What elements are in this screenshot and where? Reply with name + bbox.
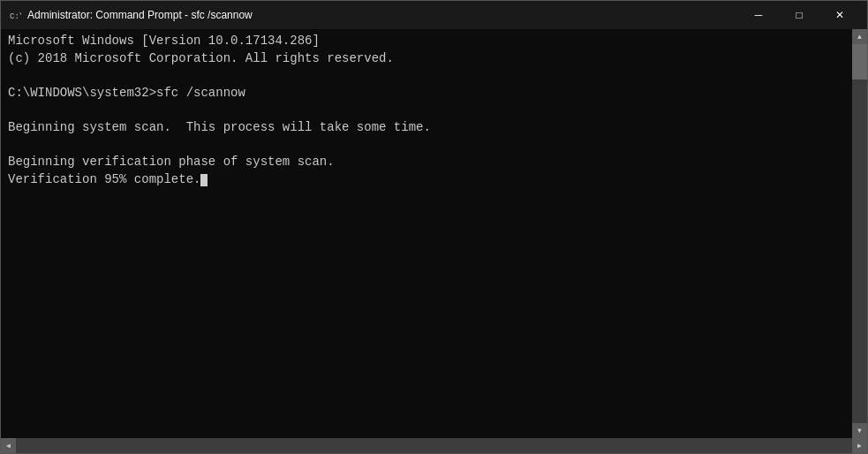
terminal-output[interactable]: Microsoft Windows [Version 10.0.17134.28… [1, 29, 852, 438]
horizontal-scrollbar[interactable]: ◀ ▶ [1, 438, 867, 453]
scroll-left-arrow[interactable]: ◀ [1, 438, 16, 453]
titlebar: C:\ Administrator: Command Prompt - sfc … [1, 1, 867, 29]
terminal-cursor [200, 174, 208, 186]
horizontal-scrollbar-track[interactable] [16, 438, 852, 453]
svg-text:C:\: C:\ [10, 12, 21, 21]
minimize-button[interactable]: ─ [738, 1, 779, 29]
scroll-up-arrow[interactable]: ▲ [852, 29, 867, 44]
scrollbar-track[interactable] [852, 44, 867, 423]
terminal-line-9: Verification 95% complete. [8, 172, 200, 186]
maximize-button[interactable]: □ [779, 1, 819, 29]
terminal-line-6: Beginning system scan. This process will… [8, 120, 431, 134]
scroll-right-arrow[interactable]: ▶ [852, 438, 867, 453]
terminal-line-2: (c) 2018 Microsoft Corporation. All righ… [8, 51, 394, 65]
terminal-line-4: C:\WINDOWS\system32>sfc /scannow [8, 86, 245, 100]
terminal-line-8: Beginning verification phase of system s… [8, 155, 335, 169]
window-body: Microsoft Windows [Version 10.0.17134.28… [1, 29, 867, 453]
cmd-icon: C:\ [8, 8, 22, 22]
window: C:\ Administrator: Command Prompt - sfc … [0, 0, 868, 454]
close-button[interactable]: ✕ [819, 1, 860, 29]
terminal-line-1: Microsoft Windows [Version 10.0.17134.28… [8, 34, 320, 48]
window-controls: ─ □ ✕ [738, 1, 860, 29]
window-title: Administrator: Command Prompt - sfc /sca… [27, 9, 738, 21]
vertical-scrollbar[interactable]: ▲ ▼ [852, 29, 867, 438]
scroll-down-arrow[interactable]: ▼ [852, 423, 867, 438]
scrollbar-thumb[interactable] [852, 44, 867, 79]
terminal-area: Microsoft Windows [Version 10.0.17134.28… [1, 29, 867, 438]
